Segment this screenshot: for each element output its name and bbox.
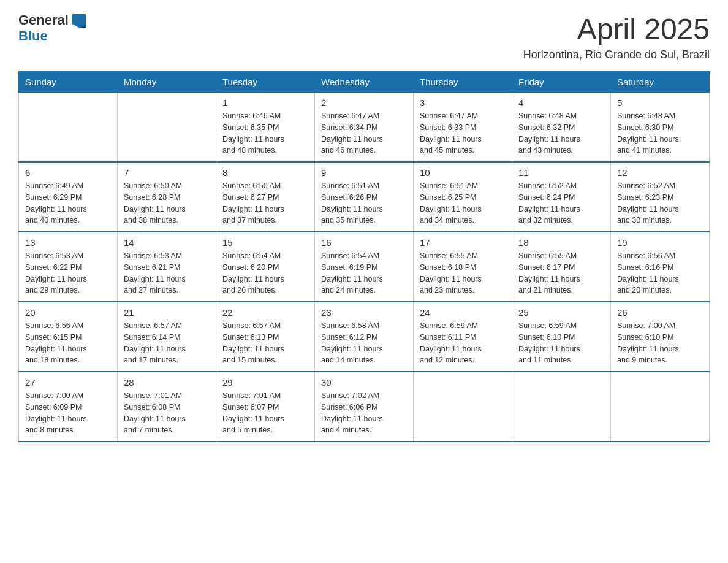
day-info: Sunrise: 6:48 AM Sunset: 6:30 PM Dayligh…: [617, 110, 703, 156]
day-info: Sunrise: 6:50 AM Sunset: 6:28 PM Dayligh…: [124, 180, 210, 226]
day-number: 8: [222, 167, 308, 178]
calendar-cell: 30Sunrise: 7:02 AM Sunset: 6:06 PM Dayli…: [315, 372, 414, 442]
calendar-cell: 8Sunrise: 6:50 AM Sunset: 6:27 PM Daylig…: [216, 162, 315, 232]
day-of-week-header: Sunday: [19, 72, 118, 93]
calendar-cell: 2Sunrise: 6:47 AM Sunset: 6:34 PM Daylig…: [315, 93, 414, 163]
day-number: 12: [617, 167, 703, 178]
day-info: Sunrise: 6:54 AM Sunset: 6:19 PM Dayligh…: [321, 250, 407, 296]
day-of-week-header: Wednesday: [315, 72, 414, 93]
day-number: 28: [124, 377, 210, 388]
day-info: Sunrise: 7:01 AM Sunset: 6:08 PM Dayligh…: [124, 390, 210, 436]
day-info: Sunrise: 7:01 AM Sunset: 6:07 PM Dayligh…: [222, 390, 308, 436]
calendar-cell: 28Sunrise: 7:01 AM Sunset: 6:08 PM Dayli…: [118, 372, 216, 442]
calendar-cell: 21Sunrise: 6:57 AM Sunset: 6:14 PM Dayli…: [118, 302, 216, 372]
calendar-cell: 18Sunrise: 6:55 AM Sunset: 6:17 PM Dayli…: [512, 232, 611, 302]
calendar-week-row: 13Sunrise: 6:53 AM Sunset: 6:22 PM Dayli…: [19, 232, 710, 302]
day-info: Sunrise: 6:56 AM Sunset: 6:16 PM Dayligh…: [617, 250, 703, 296]
day-of-week-header: Monday: [118, 72, 216, 93]
day-number: 29: [222, 377, 308, 388]
day-number: 23: [321, 307, 407, 318]
calendar-cell: 3Sunrise: 6:47 AM Sunset: 6:33 PM Daylig…: [414, 93, 512, 163]
day-info: Sunrise: 7:00 AM Sunset: 6:09 PM Dayligh…: [25, 390, 111, 436]
calendar-cell: 22Sunrise: 6:57 AM Sunset: 6:13 PM Dayli…: [216, 302, 315, 372]
day-info: Sunrise: 6:47 AM Sunset: 6:33 PM Dayligh…: [420, 110, 506, 156]
day-info: Sunrise: 6:51 AM Sunset: 6:25 PM Dayligh…: [420, 180, 506, 226]
day-info: Sunrise: 6:55 AM Sunset: 6:18 PM Dayligh…: [420, 250, 506, 296]
calendar-cell: 12Sunrise: 6:52 AM Sunset: 6:23 PM Dayli…: [611, 162, 710, 232]
day-info: Sunrise: 6:59 AM Sunset: 6:11 PM Dayligh…: [420, 320, 506, 366]
day-number: 14: [124, 237, 210, 248]
calendar-cell: 17Sunrise: 6:55 AM Sunset: 6:18 PM Dayli…: [414, 232, 512, 302]
day-info: Sunrise: 6:58 AM Sunset: 6:12 PM Dayligh…: [321, 320, 407, 366]
calendar-cell: 24Sunrise: 6:59 AM Sunset: 6:11 PM Dayli…: [414, 302, 512, 372]
calendar-cell: 13Sunrise: 6:53 AM Sunset: 6:22 PM Dayli…: [19, 232, 118, 302]
day-info: Sunrise: 6:53 AM Sunset: 6:22 PM Dayligh…: [25, 250, 111, 296]
day-info: Sunrise: 7:02 AM Sunset: 6:06 PM Dayligh…: [321, 390, 407, 436]
calendar-cell: 7Sunrise: 6:50 AM Sunset: 6:28 PM Daylig…: [118, 162, 216, 232]
calendar-cell: 15Sunrise: 6:54 AM Sunset: 6:20 PM Dayli…: [216, 232, 315, 302]
calendar-cell: 4Sunrise: 6:48 AM Sunset: 6:32 PM Daylig…: [512, 93, 611, 163]
calendar-cell: 16Sunrise: 6:54 AM Sunset: 6:19 PM Dayli…: [315, 232, 414, 302]
day-number: 24: [420, 307, 506, 318]
day-number: 16: [321, 237, 407, 248]
calendar-cell: 11Sunrise: 6:52 AM Sunset: 6:24 PM Dayli…: [512, 162, 611, 232]
logo-icon: [72, 14, 86, 28]
day-of-week-header: Saturday: [611, 72, 710, 93]
logo-text-general: General: [18, 12, 69, 28]
day-info: Sunrise: 6:56 AM Sunset: 6:15 PM Dayligh…: [25, 320, 111, 366]
calendar-cell: 25Sunrise: 6:59 AM Sunset: 6:10 PM Dayli…: [512, 302, 611, 372]
day-number: 17: [420, 237, 506, 248]
title-area: April 2025 Horizontina, Rio Grande do Su…: [523, 12, 710, 61]
calendar-cell: 14Sunrise: 6:53 AM Sunset: 6:21 PM Dayli…: [118, 232, 216, 302]
calendar-cell: 6Sunrise: 6:49 AM Sunset: 6:29 PM Daylig…: [19, 162, 118, 232]
day-info: Sunrise: 6:52 AM Sunset: 6:24 PM Dayligh…: [518, 180, 604, 226]
day-info: Sunrise: 6:57 AM Sunset: 6:13 PM Dayligh…: [222, 320, 308, 366]
day-number: 7: [124, 167, 210, 178]
day-info: Sunrise: 6:46 AM Sunset: 6:35 PM Dayligh…: [222, 110, 308, 156]
day-of-week-header: Tuesday: [216, 72, 315, 93]
calendar-cell: 27Sunrise: 7:00 AM Sunset: 6:09 PM Dayli…: [19, 372, 118, 442]
calendar-header-row: SundayMondayTuesdayWednesdayThursdayFrid…: [19, 72, 710, 93]
day-number: 4: [518, 98, 604, 108]
calendar-cell: 19Sunrise: 6:56 AM Sunset: 6:16 PM Dayli…: [611, 232, 710, 302]
day-number: 18: [518, 237, 604, 248]
day-number: 27: [25, 377, 111, 388]
calendar-cell: 23Sunrise: 6:58 AM Sunset: 6:12 PM Dayli…: [315, 302, 414, 372]
day-number: 3: [420, 98, 506, 108]
calendar-cell: [512, 372, 611, 442]
day-number: 21: [124, 307, 210, 318]
day-number: 22: [222, 307, 308, 318]
calendar-cell: 20Sunrise: 6:56 AM Sunset: 6:15 PM Dayli…: [19, 302, 118, 372]
day-number: 20: [25, 307, 111, 318]
calendar-cell: 5Sunrise: 6:48 AM Sunset: 6:30 PM Daylig…: [611, 93, 710, 163]
day-number: 1: [222, 98, 308, 108]
calendar-table: SundayMondayTuesdayWednesdayThursdayFrid…: [18, 71, 710, 442]
calendar-cell: 29Sunrise: 7:01 AM Sunset: 6:07 PM Dayli…: [216, 372, 315, 442]
day-number: 2: [321, 98, 407, 108]
day-of-week-header: Friday: [512, 72, 611, 93]
day-info: Sunrise: 6:51 AM Sunset: 6:26 PM Dayligh…: [321, 180, 407, 226]
day-info: Sunrise: 6:49 AM Sunset: 6:29 PM Dayligh…: [25, 180, 111, 226]
day-info: Sunrise: 6:59 AM Sunset: 6:10 PM Dayligh…: [518, 320, 604, 366]
calendar-cell: 1Sunrise: 6:46 AM Sunset: 6:35 PM Daylig…: [216, 93, 315, 163]
day-number: 30: [321, 377, 407, 388]
day-info: Sunrise: 7:00 AM Sunset: 6:10 PM Dayligh…: [617, 320, 703, 366]
calendar-week-row: 1Sunrise: 6:46 AM Sunset: 6:35 PM Daylig…: [19, 93, 710, 163]
calendar-cell: 9Sunrise: 6:51 AM Sunset: 6:26 PM Daylig…: [315, 162, 414, 232]
day-number: 11: [518, 167, 604, 178]
calendar-cell: [118, 93, 216, 163]
logo-text-blue: Blue: [18, 28, 48, 44]
day-number: 13: [25, 237, 111, 248]
month-title: April 2025: [523, 12, 710, 46]
day-number: 9: [321, 167, 407, 178]
calendar-week-row: 27Sunrise: 7:00 AM Sunset: 6:09 PM Dayli…: [19, 372, 710, 442]
day-info: Sunrise: 6:48 AM Sunset: 6:32 PM Dayligh…: [518, 110, 604, 156]
day-number: 25: [518, 307, 604, 318]
day-number: 10: [420, 167, 506, 178]
day-info: Sunrise: 6:54 AM Sunset: 6:20 PM Dayligh…: [222, 250, 308, 296]
day-info: Sunrise: 6:47 AM Sunset: 6:34 PM Dayligh…: [321, 110, 407, 156]
day-of-week-header: Thursday: [414, 72, 512, 93]
calendar-cell: [414, 372, 512, 442]
calendar-cell: [611, 372, 710, 442]
day-info: Sunrise: 6:53 AM Sunset: 6:21 PM Dayligh…: [124, 250, 210, 296]
